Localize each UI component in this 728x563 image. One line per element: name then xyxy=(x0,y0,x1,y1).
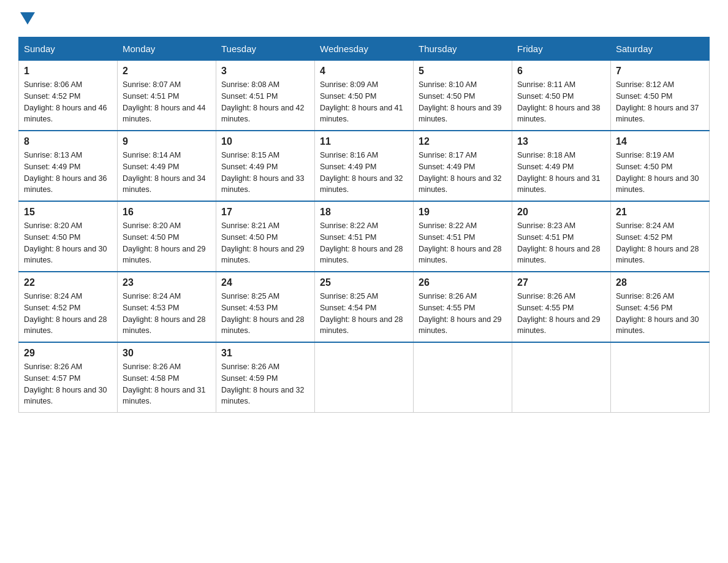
day-info: Sunrise: 8:24 AMSunset: 4:52 PMDaylight:… xyxy=(24,291,112,337)
day-number: 5 xyxy=(419,66,507,77)
calendar-day-cell: 2Sunrise: 8:07 AMSunset: 4:51 PMDaylight… xyxy=(118,61,216,131)
day-number: 24 xyxy=(221,277,309,288)
day-info: Sunrise: 8:23 AMSunset: 4:51 PMDaylight:… xyxy=(517,220,605,266)
weekday-header-friday: Friday xyxy=(512,37,611,61)
weekday-header-wednesday: Wednesday xyxy=(315,37,414,61)
day-number: 25 xyxy=(320,277,408,288)
calendar-week-row: 15Sunrise: 8:20 AMSunset: 4:50 PMDayligh… xyxy=(19,201,710,272)
day-info: Sunrise: 8:26 AMSunset: 4:57 PMDaylight:… xyxy=(24,361,112,407)
day-number: 7 xyxy=(616,66,704,77)
calendar-week-row: 8Sunrise: 8:13 AMSunset: 4:49 PMDaylight… xyxy=(19,131,710,201)
day-number: 15 xyxy=(24,207,112,218)
day-info: Sunrise: 8:07 AMSunset: 4:51 PMDaylight:… xyxy=(123,79,211,125)
day-info: Sunrise: 8:26 AMSunset: 4:58 PMDaylight:… xyxy=(123,361,211,407)
calendar-day-cell: 23Sunrise: 8:24 AMSunset: 4:53 PMDayligh… xyxy=(118,272,216,342)
calendar-day-cell: 26Sunrise: 8:26 AMSunset: 4:55 PMDayligh… xyxy=(414,272,512,342)
day-info: Sunrise: 8:18 AMSunset: 4:49 PMDaylight:… xyxy=(517,150,605,196)
calendar-day-cell: 19Sunrise: 8:22 AMSunset: 4:51 PMDayligh… xyxy=(414,201,512,272)
day-info: Sunrise: 8:24 AMSunset: 4:52 PMDaylight:… xyxy=(616,220,704,266)
calendar-day-cell: 9Sunrise: 8:14 AMSunset: 4:49 PMDaylight… xyxy=(118,131,216,201)
day-number: 6 xyxy=(517,66,605,77)
logo xyxy=(18,12,37,25)
day-info: Sunrise: 8:14 AMSunset: 4:49 PMDaylight:… xyxy=(123,150,211,196)
weekday-header-saturday: Saturday xyxy=(611,37,710,61)
day-number: 10 xyxy=(221,136,309,147)
day-number: 22 xyxy=(24,277,112,288)
calendar-day-cell xyxy=(315,342,414,413)
calendar-day-cell: 27Sunrise: 8:26 AMSunset: 4:55 PMDayligh… xyxy=(512,272,611,342)
calendar-day-cell: 12Sunrise: 8:17 AMSunset: 4:49 PMDayligh… xyxy=(414,131,512,201)
day-info: Sunrise: 8:06 AMSunset: 4:52 PMDaylight:… xyxy=(24,79,112,125)
day-info: Sunrise: 8:22 AMSunset: 4:51 PMDaylight:… xyxy=(320,220,408,266)
day-info: Sunrise: 8:13 AMSunset: 4:49 PMDaylight:… xyxy=(24,150,112,196)
day-info: Sunrise: 8:26 AMSunset: 4:56 PMDaylight:… xyxy=(616,291,704,337)
calendar-day-cell xyxy=(512,342,611,413)
day-number: 18 xyxy=(320,207,408,218)
day-number: 14 xyxy=(616,136,704,147)
logo-triangle-icon xyxy=(20,12,35,25)
calendar-day-cell: 1Sunrise: 8:06 AMSunset: 4:52 PMDaylight… xyxy=(19,61,118,131)
day-number: 13 xyxy=(517,136,605,147)
calendar-day-cell: 8Sunrise: 8:13 AMSunset: 4:49 PMDaylight… xyxy=(19,131,118,201)
day-info: Sunrise: 8:25 AMSunset: 4:53 PMDaylight:… xyxy=(221,291,309,337)
calendar-day-cell xyxy=(611,342,710,413)
calendar-table: SundayMondayTuesdayWednesdayThursdayFrid… xyxy=(18,37,710,413)
day-info: Sunrise: 8:11 AMSunset: 4:50 PMDaylight:… xyxy=(517,79,605,125)
day-number: 1 xyxy=(24,66,112,77)
page-header xyxy=(18,12,710,25)
day-info: Sunrise: 8:24 AMSunset: 4:53 PMDaylight:… xyxy=(123,291,211,337)
day-number: 2 xyxy=(123,66,211,77)
calendar-day-cell: 31Sunrise: 8:26 AMSunset: 4:59 PMDayligh… xyxy=(216,342,315,413)
calendar-day-cell: 11Sunrise: 8:16 AMSunset: 4:49 PMDayligh… xyxy=(315,131,414,201)
calendar-week-row: 22Sunrise: 8:24 AMSunset: 4:52 PMDayligh… xyxy=(19,272,710,342)
day-info: Sunrise: 8:16 AMSunset: 4:49 PMDaylight:… xyxy=(320,150,408,196)
weekday-header-tuesday: Tuesday xyxy=(216,37,315,61)
day-info: Sunrise: 8:09 AMSunset: 4:50 PMDaylight:… xyxy=(320,79,408,125)
calendar-day-cell: 24Sunrise: 8:25 AMSunset: 4:53 PMDayligh… xyxy=(216,272,315,342)
day-info: Sunrise: 8:20 AMSunset: 4:50 PMDaylight:… xyxy=(24,220,112,266)
day-number: 27 xyxy=(517,277,605,288)
calendar-day-cell: 13Sunrise: 8:18 AMSunset: 4:49 PMDayligh… xyxy=(512,131,611,201)
day-number: 31 xyxy=(221,348,309,359)
calendar-day-cell: 4Sunrise: 8:09 AMSunset: 4:50 PMDaylight… xyxy=(315,61,414,131)
day-info: Sunrise: 8:25 AMSunset: 4:54 PMDaylight:… xyxy=(320,291,408,337)
calendar-day-cell: 25Sunrise: 8:25 AMSunset: 4:54 PMDayligh… xyxy=(315,272,414,342)
calendar-day-cell: 10Sunrise: 8:15 AMSunset: 4:49 PMDayligh… xyxy=(216,131,315,201)
day-info: Sunrise: 8:17 AMSunset: 4:49 PMDaylight:… xyxy=(419,150,507,196)
calendar-day-cell: 21Sunrise: 8:24 AMSunset: 4:52 PMDayligh… xyxy=(611,201,710,272)
day-info: Sunrise: 8:15 AMSunset: 4:49 PMDaylight:… xyxy=(221,150,309,196)
day-info: Sunrise: 8:22 AMSunset: 4:51 PMDaylight:… xyxy=(419,220,507,266)
day-number: 19 xyxy=(419,207,507,218)
day-info: Sunrise: 8:21 AMSunset: 4:50 PMDaylight:… xyxy=(221,220,309,266)
day-info: Sunrise: 8:08 AMSunset: 4:51 PMDaylight:… xyxy=(221,79,309,125)
calendar-day-cell: 17Sunrise: 8:21 AMSunset: 4:50 PMDayligh… xyxy=(216,201,315,272)
calendar-day-cell: 3Sunrise: 8:08 AMSunset: 4:51 PMDaylight… xyxy=(216,61,315,131)
calendar-day-cell: 30Sunrise: 8:26 AMSunset: 4:58 PMDayligh… xyxy=(118,342,216,413)
day-info: Sunrise: 8:26 AMSunset: 4:55 PMDaylight:… xyxy=(419,291,507,337)
calendar-week-row: 1Sunrise: 8:06 AMSunset: 4:52 PMDaylight… xyxy=(19,61,710,131)
calendar-day-cell: 20Sunrise: 8:23 AMSunset: 4:51 PMDayligh… xyxy=(512,201,611,272)
day-number: 17 xyxy=(221,207,309,218)
day-number: 26 xyxy=(419,277,507,288)
day-number: 16 xyxy=(123,207,211,218)
weekday-header-monday: Monday xyxy=(118,37,216,61)
day-number: 3 xyxy=(221,66,309,77)
day-info: Sunrise: 8:10 AMSunset: 4:50 PMDaylight:… xyxy=(419,79,507,125)
weekday-header-row: SundayMondayTuesdayWednesdayThursdayFrid… xyxy=(19,37,710,61)
weekday-header-thursday: Thursday xyxy=(414,37,512,61)
day-number: 23 xyxy=(123,277,211,288)
day-number: 12 xyxy=(419,136,507,147)
calendar-day-cell: 5Sunrise: 8:10 AMSunset: 4:50 PMDaylight… xyxy=(414,61,512,131)
day-number: 28 xyxy=(616,277,704,288)
calendar-day-cell: 28Sunrise: 8:26 AMSunset: 4:56 PMDayligh… xyxy=(611,272,710,342)
calendar-day-cell: 29Sunrise: 8:26 AMSunset: 4:57 PMDayligh… xyxy=(19,342,118,413)
day-number: 20 xyxy=(517,207,605,218)
day-number: 9 xyxy=(123,136,211,147)
day-info: Sunrise: 8:19 AMSunset: 4:50 PMDaylight:… xyxy=(616,150,704,196)
day-number: 21 xyxy=(616,207,704,218)
day-info: Sunrise: 8:20 AMSunset: 4:50 PMDaylight:… xyxy=(123,220,211,266)
day-info: Sunrise: 8:26 AMSunset: 4:55 PMDaylight:… xyxy=(517,291,605,337)
calendar-day-cell: 16Sunrise: 8:20 AMSunset: 4:50 PMDayligh… xyxy=(118,201,216,272)
day-info: Sunrise: 8:26 AMSunset: 4:59 PMDaylight:… xyxy=(221,361,309,407)
calendar-day-cell: 15Sunrise: 8:20 AMSunset: 4:50 PMDayligh… xyxy=(19,201,118,272)
